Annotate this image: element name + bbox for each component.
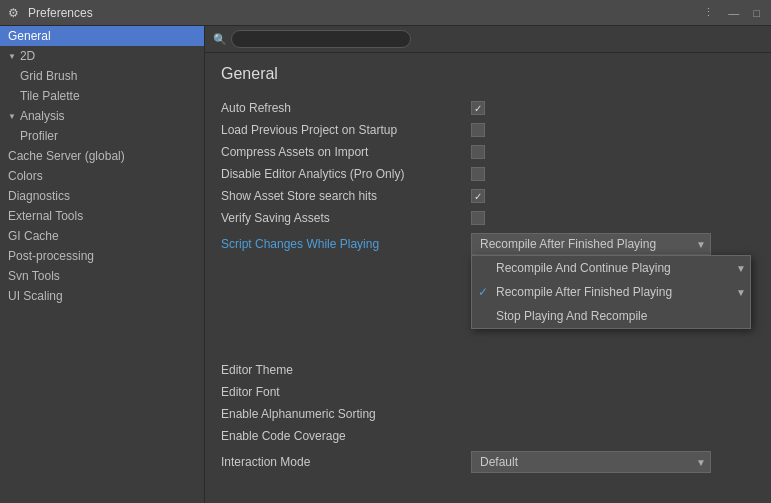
title-bar: ⚙ Preferences ⋮ — □ (0, 0, 771, 26)
sidebar-item-label: Cache Server (global) (8, 149, 125, 163)
sidebar: General ▼ 2D Grid Brush Tile Palette ▼ A… (0, 26, 205, 503)
compress-assets-label: Compress Assets on Import (221, 145, 471, 159)
triangle-2d-icon: ▼ (8, 52, 16, 61)
verify-saving-checkbox[interactable] (471, 211, 485, 225)
setting-row-load-previous: Load Previous Project on Startup (221, 119, 755, 141)
sidebar-item-2d[interactable]: ▼ 2D (0, 46, 204, 66)
sidebar-item-label: 2D (20, 49, 35, 63)
setting-row-verify-saving: Verify Saving Assets (221, 207, 755, 229)
sidebar-item-label: Svn Tools (8, 269, 60, 283)
sidebar-item-label: GI Cache (8, 229, 59, 243)
triangle-analysis-icon: ▼ (8, 112, 16, 121)
sidebar-item-label: Profiler (20, 129, 58, 143)
check-mark-icon: ✓ (478, 285, 488, 299)
sidebar-item-label: Tile Palette (20, 89, 80, 103)
option-label: Recompile After Finished Playing (496, 285, 672, 299)
interaction-mode-arrow-icon: ▼ (696, 457, 706, 468)
sidebar-item-label: General (8, 29, 51, 43)
search-input[interactable] (231, 30, 411, 48)
setting-row-interaction-mode: Interaction Mode Default ▼ (221, 447, 755, 477)
sidebar-item-general[interactable]: General (0, 26, 204, 46)
disable-analytics-label: Disable Editor Analytics (Pro Only) (221, 167, 471, 181)
sidebar-item-post-processing[interactable]: Post-processing (0, 246, 204, 266)
sidebar-item-colors[interactable]: Colors (0, 166, 204, 186)
dropdown-option-recompile-continue[interactable]: Recompile And Continue Playing ▼ (472, 256, 750, 280)
verify-saving-label: Verify Saving Assets (221, 211, 471, 225)
interaction-mode-value: Default (480, 455, 518, 469)
setting-row-code-coverage: Enable Code Coverage (221, 425, 755, 447)
search-icon: 🔍 (213, 33, 227, 46)
menu-dots-icon[interactable]: ⋮ (700, 6, 717, 19)
option-label: Stop Playing And Recompile (496, 309, 647, 323)
sidebar-item-external-tools[interactable]: External Tools (0, 206, 204, 226)
dropdown-option-recompile-finished[interactable]: ✓ Recompile After Finished Playing ▼ (472, 280, 750, 304)
disable-analytics-checkbox[interactable] (471, 167, 485, 181)
sidebar-item-ui-scaling[interactable]: UI Scaling (0, 286, 204, 306)
sidebar-item-profiler[interactable]: Profiler (0, 126, 204, 146)
window-title: Preferences (28, 6, 93, 20)
sidebar-item-label: Post-processing (8, 249, 94, 263)
interaction-mode-dropdown-container: Default ▼ (471, 451, 711, 473)
content-panel: 🔍 General Auto Refresh Load Previous Pro… (205, 26, 771, 503)
alphanumeric-label: Enable Alphanumeric Sorting (221, 407, 471, 421)
interaction-mode-dropdown-button[interactable]: Default ▼ (471, 451, 711, 473)
setting-row-show-asset-store: Show Asset Store search hits (221, 185, 755, 207)
sidebar-item-tile-palette[interactable]: Tile Palette (0, 86, 204, 106)
dropdown-arrow-icon: ▼ (696, 239, 706, 250)
compress-assets-checkbox[interactable] (471, 145, 485, 159)
section-title: General (221, 65, 755, 83)
maximize-button[interactable]: □ (750, 7, 763, 19)
sidebar-item-label: Diagnostics (8, 189, 70, 203)
script-changes-dropdown-button[interactable]: Recompile After Finished Playing ▼ (471, 233, 711, 255)
interaction-mode-label: Interaction Mode (221, 455, 471, 469)
auto-refresh-checkbox[interactable] (471, 101, 485, 115)
load-previous-label: Load Previous Project on Startup (221, 123, 471, 137)
editor-font-label: Editor Font (221, 385, 471, 399)
script-changes-label: Script Changes While Playing (221, 237, 471, 251)
sidebar-item-label: UI Scaling (8, 289, 63, 303)
setting-row-auto-refresh: Auto Refresh (221, 97, 755, 119)
editor-theme-label: Editor Theme (221, 363, 471, 377)
sidebar-item-label: Analysis (20, 109, 65, 123)
search-bar: 🔍 (205, 26, 771, 53)
sidebar-item-grid-brush[interactable]: Grid Brush (0, 66, 204, 86)
dropdown-option-stop-playing[interactable]: Stop Playing And Recompile (472, 304, 750, 328)
sidebar-item-label: Grid Brush (20, 69, 77, 83)
show-asset-store-checkbox[interactable] (471, 189, 485, 203)
sidebar-item-label: External Tools (8, 209, 83, 223)
minimize-button[interactable]: — (725, 7, 742, 19)
setting-row-script-changes: Script Changes While Playing Recompile A… (221, 229, 755, 259)
setting-row-editor-theme: Editor Theme (221, 359, 755, 381)
option-label: Recompile And Continue Playing (496, 261, 671, 275)
sidebar-item-analysis[interactable]: ▼ Analysis (0, 106, 204, 126)
load-previous-checkbox[interactable] (471, 123, 485, 137)
sidebar-item-gi-cache[interactable]: GI Cache (0, 226, 204, 246)
setting-row-disable-analytics: Disable Editor Analytics (Pro Only) (221, 163, 755, 185)
sidebar-item-cache-server[interactable]: Cache Server (global) (0, 146, 204, 166)
script-changes-dropdown-container: Recompile After Finished Playing ▼ Recom… (471, 233, 711, 255)
sidebar-item-label: Colors (8, 169, 43, 183)
setting-row-alphanumeric: Enable Alphanumeric Sorting (221, 403, 755, 425)
sidebar-item-diagnostics[interactable]: Diagnostics (0, 186, 204, 206)
dropdown-row-arrow-icon: ▼ (736, 287, 746, 298)
setting-row-editor-font: Editor Font (221, 381, 755, 403)
sidebar-item-svn-tools[interactable]: Svn Tools (0, 266, 204, 286)
gear-icon: ⚙ (8, 6, 22, 20)
dropdown-row-arrow-icon: ▼ (736, 263, 746, 274)
auto-refresh-label: Auto Refresh (221, 101, 471, 115)
show-asset-store-label: Show Asset Store search hits (221, 189, 471, 203)
setting-row-compress-assets: Compress Assets on Import (221, 141, 755, 163)
script-changes-dropdown-value: Recompile After Finished Playing (480, 237, 656, 251)
script-changes-dropdown-menu: Recompile And Continue Playing ▼ ✓ Recom… (471, 255, 751, 329)
code-coverage-label: Enable Code Coverage (221, 429, 471, 443)
